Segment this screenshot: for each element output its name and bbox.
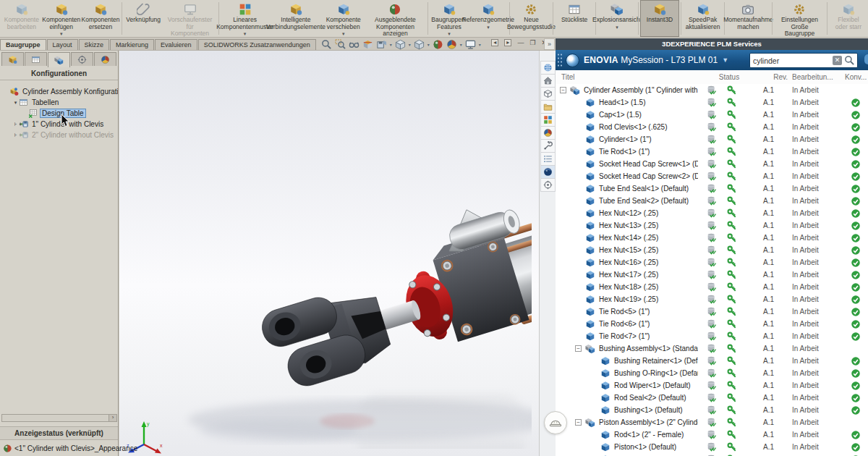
edit-appearance-icon[interactable] — [446, 39, 457, 50]
tab-baugruppe[interactable]: Baugruppe — [0, 39, 46, 50]
section-view-icon[interactable] — [362, 39, 373, 50]
smart-fasteners-button[interactable]: Intelligente Verbindungselemente — [269, 0, 322, 37]
view-settings-icon[interactable] — [465, 39, 476, 50]
show-hidden-components-button[interactable]: Ausgeblendete Komponenten anzeigen — [365, 0, 426, 37]
tree-item-2-cylinder-without-clevis[interactable]: ⊦2" Cylinder without Clevis — [0, 130, 118, 140]
table-row[interactable]: − Piston Assembly<1> (2" Cylinder withou… — [556, 416, 868, 428]
update-speedpak-button[interactable]: SpeedPak aktualisieren — [683, 0, 723, 37]
table-row[interactable] — [556, 453, 868, 456]
display-state-item[interactable]: <1" Cylinder with Clevis>_Appearance — [3, 444, 137, 453]
scroll-right-arrow-icon[interactable]: › — [109, 415, 116, 421]
list-button[interactable] — [540, 153, 556, 166]
table-row[interactable]: Rod Seal<2> (Default) A.1 In Arbeit — [556, 392, 868, 404]
take-snapshot-button[interactable]: Momentaufnahme machen — [726, 0, 770, 37]
hide-show-items-icon[interactable] — [433, 39, 443, 50]
view-settings-dropdown-icon[interactable]: ▾ — [479, 42, 481, 47]
tab-layout[interactable]: Layout — [47, 39, 78, 50]
share-tools-button[interactable] — [540, 140, 556, 153]
tab-dimxpert-manager[interactable] — [71, 52, 93, 66]
tab-feature-manager[interactable] — [1, 52, 24, 66]
view-orientation-dropdown-icon[interactable]: ▾ — [409, 42, 411, 47]
world-button[interactable] — [540, 61, 556, 75]
table-row[interactable]: Head<1> (1.5) A.1 In Arbeit — [556, 96, 868, 109]
table-row[interactable]: Tube End Seal<1> (Default) A.1 In Arbeit — [556, 182, 868, 195]
my-session-button[interactable] — [540, 166, 556, 179]
tree-item-cylinder-assembly-konfiguration-en[interactable]: Cylinder Assembly Konfiguration(en) ( — [0, 86, 118, 97]
restore-button[interactable]: ❐ — [529, 40, 535, 46]
search-input[interactable] — [750, 56, 833, 65]
view-selector-dropdown-icon[interactable]: ▾ — [390, 42, 392, 47]
collapse-expander-icon[interactable]: − — [575, 419, 582, 426]
dropdown-arrow-icon[interactable]: ▾ — [244, 31, 247, 36]
scrollbar-thumb[interactable] — [2, 415, 109, 421]
previous-view-icon[interactable] — [349, 39, 359, 50]
column-bearbeitung[interactable]: Bearbeitun... — [789, 73, 843, 81]
next-window-button[interactable]: ▸ — [504, 39, 511, 46]
table-row[interactable]: Hex Nut<13> (.25) A.1 In Arbeit — [556, 219, 868, 232]
table-row[interactable]: Hex Nut<16> (.25) A.1 In Arbeit — [556, 256, 868, 269]
tab-markierung[interactable]: Markierung — [110, 39, 154, 50]
compass-button[interactable] — [540, 127, 556, 140]
panel-collapse-chevron[interactable]: » — [544, 38, 555, 50]
tree-caret-icon[interactable]: ▾ — [12, 100, 19, 106]
tree-caret-icon[interactable]: ⊦ — [12, 122, 19, 127]
search-box[interactable]: ✕ — [749, 53, 858, 68]
table-row[interactable]: Rod Wiper<1> (Default) A.1 In Arbeit — [556, 379, 868, 392]
table-row[interactable]: Piston<1> (Default) A.1 In Arbeit — [556, 441, 868, 453]
app-grid-button[interactable] — [540, 114, 556, 127]
view-selector-icon[interactable] — [376, 39, 387, 50]
exploded-view-button[interactable]: Explosionsansicht▾ — [597, 0, 637, 37]
collapse-expander-icon[interactable]: − — [575, 345, 582, 352]
table-row[interactable]: Hex Nut<18> (.25) A.1 In Arbeit — [556, 281, 868, 293]
column-titel[interactable]: Titel — [556, 73, 698, 81]
column-rev[interactable]: Rev. — [760, 73, 789, 81]
display-style-dropdown-icon[interactable]: ▾ — [427, 42, 430, 47]
tab-skizze[interactable]: Skizze — [79, 39, 110, 50]
tree-horizontal-scrollbar[interactable]: › — [1, 414, 117, 422]
table-row[interactable]: − Cylinder Assembly (1" Cylinder with Cl… — [556, 84, 868, 96]
dropdown-arrow-icon[interactable]: ▾ — [487, 25, 490, 30]
table-row[interactable]: Socket Head Cap Screw<1> (Default) A.1 I… — [556, 158, 868, 170]
table-row[interactable]: Hex Nut<12> (.25) A.1 In Arbeit — [556, 207, 868, 219]
tab-configuration-manager[interactable] — [48, 52, 70, 67]
graphics-viewport[interactable]: y x z — [119, 51, 539, 456]
table-row[interactable]: Hex Nut<19> (.25) A.1 In Arbeit — [556, 293, 868, 305]
help-target-button[interactable] — [540, 179, 556, 192]
table-row[interactable]: Tie Rod<1> (1") A.1 In Arbeit — [556, 145, 868, 158]
previous-window-button[interactable]: ◂ — [491, 39, 498, 46]
large-assembly-settings-button[interactable]: Einstellungen Große Baugruppe — [774, 0, 825, 37]
assistant-button[interactable] — [544, 411, 567, 434]
tab-solidworks-zusatzanwendungen[interactable]: SOLIDWORKS Zusatzanwendungen — [198, 39, 316, 50]
cylinder-assembly-3d-model[interactable] — [127, 58, 532, 449]
mate-button[interactable]: Verknüpfung — [124, 0, 163, 37]
new-motion-study-button[interactable]: Neue Bewegungsstudie — [511, 0, 551, 37]
table-row[interactable]: Tube End Seal<2> (Default) A.1 In Arbeit — [556, 195, 868, 207]
table-row[interactable]: Tie Rod<6> (1") A.1 In Arbeit — [556, 318, 868, 330]
display-style-icon[interactable] — [414, 39, 425, 50]
dropdown-arrow-icon[interactable]: ▾ — [60, 31, 63, 36]
table-row[interactable]: − Bushing Assembly<1> (Standard) A.1 In … — [556, 342, 868, 355]
open-folder-button[interactable] — [540, 101, 556, 114]
tree-item-tabellen[interactable]: ▾Tabellen — [0, 97, 118, 108]
zoom-area-icon[interactable] — [335, 39, 346, 50]
table-row[interactable]: Bushing<1> (Default) A.1 In Arbeit — [556, 404, 868, 416]
table-row[interactable]: Hex Nut<15> (.25) A.1 In Arbeit — [556, 244, 868, 256]
reference-geometry-button[interactable]: Referenzgeometrie▾ — [469, 0, 508, 37]
minimize-button[interactable]: — — [517, 40, 524, 46]
dropdown-arrow-icon[interactable]: ▾ — [448, 31, 451, 36]
insert-components-button[interactable]: Komponenten einfügen▾ — [42, 0, 81, 37]
search-icon[interactable] — [844, 55, 855, 66]
session-dropdown-chevron-icon[interactable]: ▼ — [722, 56, 728, 64]
zoom-fit-icon[interactable] — [321, 39, 332, 50]
table-row[interactable]: Tie Rod<7> (1") A.1 In Arbeit — [556, 330, 868, 342]
table-row[interactable]: Cap<1> (1.5) A.1 In Arbeit — [556, 109, 868, 121]
table-row[interactable]: Bushing Retainer<1> (Default) A.1 In Arb… — [556, 355, 868, 367]
3d-space-button[interactable] — [540, 88, 556, 101]
tab-evaluieren[interactable]: Evaluieren — [155, 39, 197, 50]
table-row[interactable]: Rod<1> (2" - Female) A.1 In Arbeit — [556, 428, 868, 441]
edit-appearance-dropdown-icon[interactable]: ▾ — [460, 42, 462, 47]
dropdown-arrow-icon[interactable]: ▾ — [342, 31, 345, 36]
dropdown-arrow-icon[interactable]: ▾ — [616, 25, 618, 30]
tree-item-1-cylinder-with-clevis[interactable]: ⊦1" Cylinder with Clevis — [0, 119, 118, 130]
column-konv[interactable]: Konv... — [843, 73, 868, 81]
